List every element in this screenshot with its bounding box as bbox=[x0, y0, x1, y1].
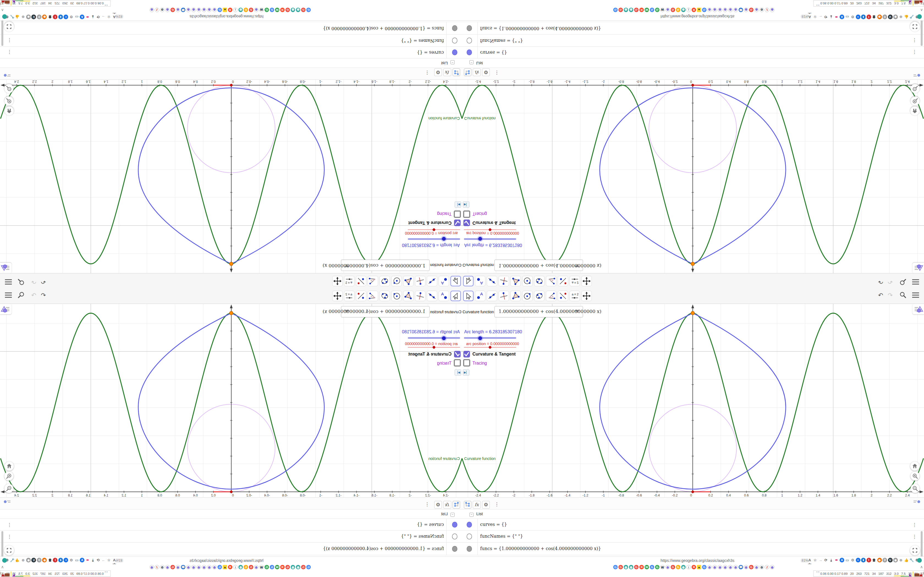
graphics-view[interactable]: -2.4-2.2-2-1.8-1.6-1.4-1.2-1-0.8-0.6-0.4… bbox=[0, 304, 462, 497]
favicon-ggreen[interactable]: G bbox=[655, 8, 659, 12]
translate-icon[interactable]: A文 bbox=[112, 558, 116, 562]
algebra-row-funcs[interactable]: funcs = {1.000000000000 + cos(4.00000000… bbox=[0, 543, 462, 555]
favicon-ggb[interactable]: ⬟ bbox=[707, 8, 712, 12]
uo-shield-ext-icon[interactable]: U bbox=[32, 15, 36, 19]
tool-perpendicular-line[interactable] bbox=[415, 291, 425, 301]
tool-reflect-about-line[interactable] bbox=[558, 276, 568, 286]
algebra-tree-button[interactable] bbox=[464, 501, 471, 509]
favicon-ggb[interactable]: ⬟ bbox=[754, 565, 759, 569]
tool-move[interactable] bbox=[463, 276, 473, 286]
fx-button[interactable]: fx bbox=[473, 68, 481, 76]
favicon-fred[interactable]: f bbox=[155, 8, 159, 12]
tool-line-through-two-points[interactable] bbox=[427, 291, 437, 301]
forward-icon[interactable]: → bbox=[818, 15, 823, 19]
favicon-wgreen[interactable]: W bbox=[275, 8, 279, 12]
tracing-checkbox[interactable] bbox=[454, 211, 461, 218]
shield-ext-icon[interactable]: ◉ bbox=[26, 15, 31, 19]
tool-line-through-two-points[interactable] bbox=[487, 276, 497, 286]
favicon-ggb[interactable]: ⬟ bbox=[718, 565, 722, 569]
favicon-ggb[interactable]: ⬟ bbox=[254, 8, 258, 12]
wrench-ext-icon[interactable]: 🔧 bbox=[10, 558, 15, 562]
trash-ext-icon[interactable]: 🗑 bbox=[48, 15, 52, 19]
favicon-globe[interactable]: ◍ bbox=[681, 565, 686, 569]
favicon-ggb[interactable]: ⬟ bbox=[666, 565, 670, 569]
favicon-chat[interactable]: 💬 bbox=[181, 565, 185, 569]
home-button[interactable] bbox=[5, 106, 14, 115]
favicon-ggb[interactable]: ⬟ bbox=[733, 565, 738, 569]
favicon-gred[interactable]: G bbox=[619, 8, 623, 12]
shield-down-ext-icon[interactable]: ⬇ bbox=[861, 558, 866, 562]
reload-icon[interactable]: ⟳ bbox=[824, 558, 828, 562]
tool-slider[interactable]: a = 2 bbox=[570, 276, 580, 286]
scrollbar[interactable] bbox=[921, 20, 922, 46]
thumb-ext-icon[interactable]: 👍 bbox=[904, 558, 909, 562]
favicon-ggb[interactable]: ⬟ bbox=[666, 8, 670, 12]
home-button[interactable] bbox=[910, 106, 919, 115]
download-icon[interactable]: ⤓ bbox=[829, 558, 834, 562]
visibility-marble[interactable] bbox=[452, 546, 457, 552]
visibility-marble[interactable] bbox=[452, 50, 457, 55]
tool-move-graphics-view[interactable] bbox=[332, 276, 342, 286]
translate-icon[interactable]: A文 bbox=[808, 15, 812, 19]
gear-ext-icon[interactable]: ⚙ bbox=[69, 15, 74, 19]
plus-ext-icon[interactable]: + bbox=[64, 558, 68, 562]
collapse-button[interactable]: − bbox=[469, 513, 473, 517]
favicon-ggb[interactable]: ⬟ bbox=[754, 8, 759, 12]
arc-position-slider-knob[interactable] bbox=[433, 346, 435, 349]
profile-avatar[interactable] bbox=[917, 558, 922, 563]
tool-circle-with-center-through-point[interactable] bbox=[391, 291, 402, 301]
favicon-gred[interactable]: G bbox=[171, 565, 175, 569]
collapse-button[interactable]: − bbox=[469, 60, 473, 64]
search-icon[interactable] bbox=[899, 291, 906, 301]
phone-ext-icon[interactable]: ▭ bbox=[845, 558, 850, 562]
favicon-ggb[interactable]: ⬟ bbox=[212, 8, 217, 12]
bookmarks-chevron-icon[interactable]: ∧ bbox=[1, 8, 4, 12]
forward-icon[interactable]: → bbox=[101, 558, 106, 562]
scrollbar[interactable] bbox=[921, 531, 922, 557]
visibility-marble[interactable] bbox=[467, 25, 472, 31]
tool-slider[interactable]: a = 2 bbox=[570, 291, 580, 301]
function-dropdown[interactable]: 1.000000000000 + cos(4.000000000000 x) bbox=[341, 306, 430, 318]
tool-slider[interactable]: a = 2 bbox=[344, 291, 354, 301]
shield-ext-icon[interactable]: ◉ bbox=[893, 15, 898, 19]
favicon-ya[interactable]: Я bbox=[280, 565, 284, 569]
tool-polygon[interactable] bbox=[403, 291, 414, 301]
graphics-view[interactable]: -2.4-2.2-2-1.8-1.6-1.4-1.2-1-0.8-0.6-0.4… bbox=[462, 80, 924, 273]
algebra-tree-button[interactable] bbox=[464, 68, 471, 76]
tool-point[interactable]: A bbox=[475, 291, 485, 301]
favicon-photo[interactable]: ▲ bbox=[697, 565, 701, 569]
phone-ext-icon[interactable]: ▭ bbox=[74, 558, 79, 562]
star-icon[interactable]: ☆ bbox=[107, 558, 111, 562]
favicon-gred[interactable]: G bbox=[301, 565, 305, 569]
visibility-marble[interactable] bbox=[467, 546, 472, 552]
favicon-info[interactable]: i bbox=[233, 565, 237, 569]
favicon-wiki[interactable]: W bbox=[660, 565, 665, 569]
favicon-ggb[interactable]: ⬟ bbox=[202, 8, 206, 12]
scrollbar[interactable] bbox=[2, 20, 3, 46]
reload-icon[interactable]: ⟳ bbox=[96, 558, 101, 562]
favicon-globe[interactable]: ◍ bbox=[624, 8, 628, 12]
bucket-ext-icon[interactable]: D bbox=[37, 15, 42, 19]
browser-more-icon[interactable]: ⋮ bbox=[0, 15, 2, 19]
favicon-ggb[interactable]: ⬟ bbox=[150, 565, 154, 569]
globe-ext-icon[interactable]: ◍ bbox=[877, 15, 882, 19]
favicon-globe[interactable]: ◍ bbox=[624, 565, 628, 569]
favicon-gyellow[interactable]: G bbox=[676, 8, 680, 12]
tool-angle[interactable]: α bbox=[368, 291, 378, 301]
favicon-gred[interactable]: G bbox=[634, 565, 638, 569]
collapse-button[interactable]: − bbox=[451, 60, 455, 64]
bucket-ext-icon[interactable]: D bbox=[37, 558, 42, 562]
favicon-ggb[interactable]: ⬟ bbox=[207, 8, 212, 12]
favicon-chat[interactable]: 💬 bbox=[181, 8, 185, 12]
favicon-globe[interactable]: ◍ bbox=[296, 565, 300, 569]
row-more-icon[interactable]: ⋮ bbox=[912, 37, 917, 43]
favicon-ggreen[interactable]: G bbox=[265, 8, 269, 12]
gear-icon[interactable]: ⚙ bbox=[482, 68, 490, 76]
forward-icon[interactable]: → bbox=[818, 558, 823, 562]
favicon-globe[interactable]: ◍ bbox=[291, 8, 295, 12]
browser-more-icon[interactable]: ⋮ bbox=[922, 15, 924, 19]
favicon-ggreen[interactable]: G bbox=[655, 565, 659, 569]
globe-gray-ext-icon[interactable]: ⊕ bbox=[21, 558, 26, 562]
arc-position-slider-knob[interactable] bbox=[489, 346, 491, 349]
tool-perpendicular-line[interactable] bbox=[499, 276, 509, 286]
